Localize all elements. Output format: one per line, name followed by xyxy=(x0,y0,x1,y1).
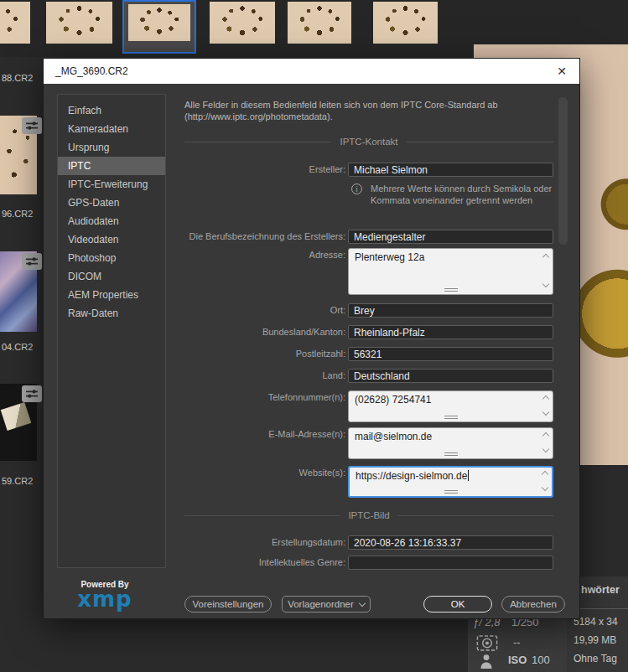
adresse-textarea[interactable]: Plenterweg 12a xyxy=(348,248,553,295)
website-textarea[interactable]: https://design-sielmon.de xyxy=(348,466,553,498)
sidebar-item-iptc[interactable]: IPTC xyxy=(58,157,165,175)
chevron-down-icon xyxy=(359,599,366,606)
thumbnail[interactable] xyxy=(46,2,112,44)
close-icon[interactable]: ✕ xyxy=(553,62,571,80)
chevron-down-icon[interactable] xyxy=(542,484,548,491)
edit-settings-badge-icon xyxy=(22,117,42,134)
erstellungsdatum-label: Erstellungsdatum: xyxy=(184,535,345,550)
sidebar-item-einfach[interactable]: Einfach xyxy=(58,101,165,120)
sidebar-item-photoshop[interactable]: Photoshop xyxy=(58,249,165,267)
voreinstellungen-button[interactable]: Voreinstellungen xyxy=(184,596,272,613)
dialog-titlebar: _MG_3690.CR2 ✕ xyxy=(44,59,579,84)
panel-description: Alle Felder in diesem Bedienfeld leiten … xyxy=(184,99,537,122)
thumbnail-image xyxy=(128,4,190,41)
dialog-title: _MG_3690.CR2 xyxy=(55,65,128,77)
bundesland-label: Bundesland/Kanton: xyxy=(184,325,345,339)
abbrechen-button[interactable]: Abbrechen xyxy=(501,596,565,613)
beruf-label: Die Berufsbezeichnung des Erstellers: xyxy=(184,230,345,244)
sidebar-item-dicom[interactable]: DICOM xyxy=(58,267,165,286)
sidebar-item-audiodaten[interactable]: Audiodaten xyxy=(58,212,165,230)
sidebar-item-ursprung[interactable]: Ursprung xyxy=(58,138,165,157)
chevron-up-icon[interactable] xyxy=(542,471,548,478)
vorlagenordner-dropdown[interactable]: Vorlagenordner xyxy=(282,596,371,613)
resize-grip[interactable] xyxy=(444,416,458,419)
file-size: 19,99 MB xyxy=(574,634,616,646)
resize-grip[interactable] xyxy=(444,452,458,456)
section-label: IPTC-Bild xyxy=(340,510,397,520)
divider xyxy=(184,142,331,142)
file-name: 88.CR2 xyxy=(2,73,33,83)
iso-value: 100 xyxy=(532,654,550,666)
beruf-input[interactable] xyxy=(348,230,553,244)
chevron-down-icon[interactable] xyxy=(542,446,549,452)
thumbnail-selected[interactable] xyxy=(122,0,196,54)
email-label: E-Mail-Adresse(n): xyxy=(184,427,345,442)
file-name: 04.CR2 xyxy=(2,342,33,352)
thumbnail[interactable] xyxy=(288,2,351,44)
file-label: Ohne Tag xyxy=(574,653,617,664)
resize-grip[interactable] xyxy=(444,288,458,292)
chevron-down-icon[interactable] xyxy=(542,409,549,416)
thumbnail[interactable] xyxy=(210,2,275,44)
person-icon xyxy=(480,654,493,669)
adresse-value: Plenterweg 12a xyxy=(355,251,424,263)
land-label: Land: xyxy=(184,369,345,383)
scrollbar-thumb[interactable] xyxy=(558,97,568,245)
info-note-text: Mehrere Werte können durch Semikola oder… xyxy=(371,183,562,206)
xmp-logo: xmp xyxy=(59,589,151,609)
thumbnail[interactable] xyxy=(0,2,30,44)
section-label: IPTC-Kontakt xyxy=(331,137,406,147)
file-dimensions: 5184 x 34 xyxy=(574,616,618,628)
ort-input[interactable] xyxy=(348,303,553,318)
divider xyxy=(572,608,628,609)
section-header-iptc-bild: IPTC-Bild xyxy=(184,509,553,521)
edit-settings-badge-icon xyxy=(22,253,42,270)
postleitzahl-label: Postleitzahl: xyxy=(184,347,345,361)
section-header-iptc-kontakt: IPTC-Kontakt xyxy=(184,136,553,147)
chevron-down-icon[interactable] xyxy=(542,281,549,287)
erstellungsdatum-input[interactable] xyxy=(348,535,553,550)
vorlagenordner-label: Vorlagenordner xyxy=(288,599,354,609)
info-icon: i xyxy=(351,184,362,194)
genre-label: Intellektuelles Genre: xyxy=(184,556,345,570)
telefon-value: (02628) 7254741 xyxy=(355,394,431,406)
telefon-textarea[interactable]: (02628) 7254741 xyxy=(348,390,553,422)
sidebar-item-raw-daten[interactable]: Raw-Daten xyxy=(58,304,165,323)
edit-settings-badge-icon xyxy=(22,385,42,402)
ersteller-label: Ersteller: xyxy=(184,163,345,177)
adresse-label: Adresse: xyxy=(184,248,345,262)
file-name: 96.CR2 xyxy=(2,209,33,219)
resize-grip[interactable] xyxy=(444,490,458,494)
ok-button[interactable]: OK xyxy=(423,596,492,613)
ersteller-input[interactable] xyxy=(348,163,553,177)
divider xyxy=(407,142,553,142)
chevron-up-icon[interactable] xyxy=(542,254,549,261)
dialog-sidebar: Einfach Kameradaten Ursprung IPTC IPTC-E… xyxy=(57,94,166,568)
chevron-up-icon[interactable] xyxy=(542,432,549,439)
sidebar-item-videodaten[interactable]: Videodaten xyxy=(58,230,165,249)
genre-input[interactable] xyxy=(348,556,553,570)
metering-mode-icon xyxy=(476,635,498,651)
xmp-logo-block: Powered By xmp xyxy=(59,580,151,609)
postleitzahl-input[interactable] xyxy=(348,347,553,361)
bundesland-input[interactable] xyxy=(348,325,553,339)
file-name: 59.CR2 xyxy=(2,476,33,486)
land-input[interactable] xyxy=(348,369,553,383)
divider xyxy=(184,515,340,516)
ort-label: Ort: xyxy=(184,303,345,318)
chevron-up-icon[interactable] xyxy=(542,395,549,402)
sidebar-item-aem-properties[interactable]: AEM Properties xyxy=(58,286,165,304)
iso-label: ISO xyxy=(508,654,527,666)
email-textarea[interactable]: mail@sielmon.de xyxy=(348,427,553,459)
sidebar-item-gps-daten[interactable]: GPS-Daten xyxy=(58,194,165,212)
thumbnail[interactable] xyxy=(373,2,438,44)
website-value: https://design-sielmon.de xyxy=(356,470,469,482)
sidebar-item-kameradaten[interactable]: Kameradaten xyxy=(58,120,165,138)
text-caret xyxy=(468,470,469,481)
telefon-label: Telefonnummer(n): xyxy=(184,390,345,405)
metering-value: -- xyxy=(513,636,521,649)
website-label: Website(s): xyxy=(184,466,345,480)
sidebar-item-iptc-erweiterung[interactable]: IPTC-Erweiterung xyxy=(58,175,165,194)
divider xyxy=(398,515,553,516)
tab-keywords[interactable]: hwörter xyxy=(581,584,620,596)
